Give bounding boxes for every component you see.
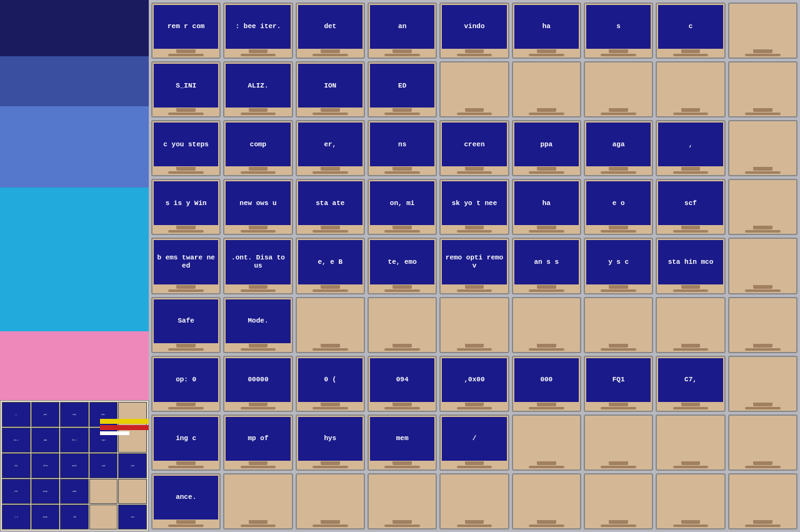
- grid-cell: hys: [296, 414, 365, 471]
- screen: [731, 123, 795, 166]
- grid-cell: [584, 61, 653, 118]
- grid-cell: [512, 414, 581, 471]
- screen: e, e B: [298, 240, 362, 284]
- monitor-stand: [465, 461, 484, 465]
- screen: sta hin mco: [658, 240, 722, 284]
- screen: 094: [370, 358, 434, 402]
- grid-cell: c: [656, 3, 725, 59]
- screen: [586, 417, 651, 461]
- monitor-base: [601, 113, 636, 115]
- grid-cell: aga: [584, 120, 653, 176]
- screen: [731, 5, 795, 49]
- monitor-base: [312, 230, 348, 233]
- monitor-stand: [753, 49, 772, 53]
- grid-cell: te, emo: [368, 238, 437, 294]
- grid-cell: [512, 61, 581, 118]
- mini-cell: ▪▪: [2, 402, 31, 427]
- monitor-stand: [321, 520, 340, 524]
- monitor-base: [673, 348, 709, 351]
- monitor-stand: [681, 167, 701, 171]
- grid-cell: [368, 473, 437, 529]
- grid-cell: [584, 297, 653, 353]
- monitor-base: [168, 466, 204, 468]
- monitor-base: [601, 230, 636, 233]
- monitor-base: [168, 54, 204, 56]
- grid-cell: [728, 297, 798, 353]
- grid-cell: [439, 473, 509, 529]
- grid-cell: ha: [512, 3, 581, 59]
- screen: [514, 476, 579, 519]
- grid-cell: [439, 297, 509, 353]
- monitor-base: [384, 230, 420, 233]
- monitor-base: [241, 348, 276, 351]
- monitor-base: [168, 348, 204, 351]
- monitor-stand: [465, 285, 484, 289]
- monitor-stand: [321, 49, 340, 53]
- monitor-stand: [392, 108, 412, 112]
- red-bar: [100, 425, 149, 430]
- grid-cell: c you steps: [151, 120, 221, 176]
- monitor-stand: [392, 167, 412, 171]
- monitor-stand: [537, 49, 556, 53]
- monitor-stand: [609, 520, 628, 524]
- monitor-stand: [537, 108, 556, 112]
- grid-cell: ha: [512, 179, 581, 235]
- monitor-base: [745, 113, 781, 115]
- monitor-stand: [753, 403, 772, 406]
- monitor-stand: [681, 285, 701, 289]
- grid-cell: 0 (: [296, 356, 365, 412]
- grid-cell: ppa: [512, 120, 581, 176]
- monitor-stand: [537, 520, 556, 524]
- monitor-stand: [392, 285, 412, 289]
- monitor-stand: [609, 49, 628, 53]
- grid-cell: e, e B: [296, 238, 365, 294]
- monitor-base: [529, 466, 564, 468]
- grid-cell: [368, 297, 437, 353]
- monitor-stand: [753, 108, 772, 112]
- screen: ED: [370, 64, 434, 108]
- grid-cell: s: [584, 3, 653, 59]
- screen: [658, 64, 722, 108]
- grid-cell: FQ1: [584, 356, 653, 412]
- sidebar-pink: [0, 331, 149, 406]
- screen: new ows u: [226, 181, 290, 225]
- grid-cell: comp: [223, 120, 292, 176]
- monitor-stand: [681, 461, 701, 465]
- monitor-base: [601, 466, 636, 468]
- monitor-stand: [249, 226, 268, 229]
- monitor-stand: [537, 167, 556, 171]
- monitor-base: [312, 407, 348, 409]
- screen: 00000: [226, 358, 290, 402]
- mini-cell: ne.2: [2, 428, 31, 453]
- main-grid: rem r com: bee iter.detanvindohascS_INIA…: [149, 0, 800, 532]
- monitor-stand: [321, 108, 340, 112]
- monitor-base: [529, 524, 564, 527]
- screen: : bee iter.: [226, 5, 290, 49]
- monitor-stand: [681, 226, 701, 229]
- monitor-stand: [321, 167, 340, 171]
- monitor-base: [241, 171, 276, 174]
- monitor-stand: [753, 167, 772, 171]
- screen: S_INI: [154, 64, 218, 108]
- monitor-base: [241, 230, 276, 233]
- mini-cell: AUZ: [89, 453, 118, 478]
- monitor-base: [673, 171, 709, 174]
- grid-cell: an: [368, 3, 437, 59]
- monitor-base: [384, 113, 420, 115]
- screen: [658, 299, 722, 343]
- monitor-stand: [392, 226, 412, 229]
- monitor-base: [384, 54, 420, 56]
- monitor-stand: [249, 285, 268, 289]
- screen: e o: [586, 181, 651, 225]
- screen: sk yo t nee: [442, 181, 506, 225]
- monitor-stand: [392, 403, 412, 406]
- mini-cell: :d0: [60, 504, 89, 529]
- monitor-stand: [176, 167, 196, 171]
- screen: [370, 476, 434, 519]
- grid-cell: rem r com: [151, 3, 221, 59]
- grid-cell: ns: [368, 120, 437, 176]
- screen: remo opti remov: [442, 240, 506, 284]
- monitor-base: [168, 289, 204, 292]
- grid-cell: C7,: [656, 356, 725, 412]
- white-bar: [100, 431, 129, 435]
